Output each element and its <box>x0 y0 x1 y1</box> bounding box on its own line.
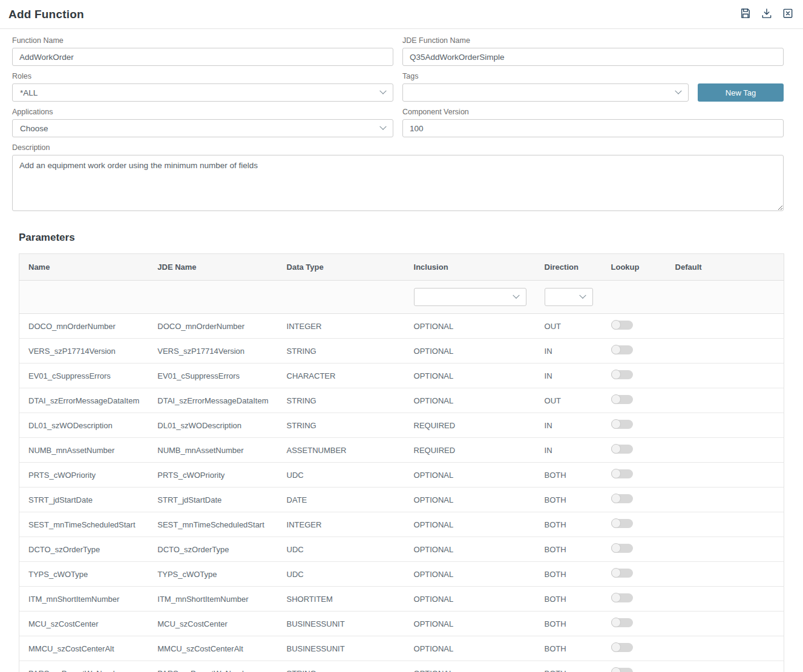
param-data-type-cell: UDC <box>278 562 405 587</box>
toggle-knob <box>611 593 621 602</box>
table-row[interactable]: MMCU_szCostCenterAlt MMCU_szCostCenterAl… <box>19 636 784 661</box>
param-direction-cell: BOTH <box>536 636 602 661</box>
lookup-toggle[interactable] <box>611 593 633 602</box>
param-jde-name-cell: ITM_mnShortItemNumber <box>148 587 277 612</box>
save-button[interactable] <box>739 8 752 21</box>
param-direction-cell: BOTH <box>536 488 602 512</box>
param-name-cell: EV01_cSuppressErrors <box>19 364 149 388</box>
param-jde-name-cell: DL01_szWODescription <box>148 413 277 438</box>
lookup-toggle[interactable] <box>611 494 633 503</box>
lookup-toggle[interactable] <box>611 345 633 354</box>
component-version-input[interactable] <box>402 119 784 137</box>
param-name-cell: TYPS_cWOType <box>19 562 149 587</box>
lookup-toggle[interactable] <box>611 519 633 528</box>
new-tag-button[interactable]: New Tag <box>698 83 784 102</box>
roles-select[interactable]: *ALL <box>12 83 393 102</box>
component-version-field: Component Version <box>402 108 784 137</box>
lookup-toggle[interactable] <box>611 544 633 553</box>
parameters-section: Parameters Name JDE Name Data Type Inclu… <box>0 232 803 672</box>
parameters-title: Parameters <box>19 232 784 244</box>
jde-function-name-input[interactable] <box>402 48 784 66</box>
jde-function-name-label: JDE Function Name <box>402 36 784 45</box>
table-row[interactable]: MCU_szCostCenter MCU_szCostCenter BUSINE… <box>19 612 784 636</box>
param-data-type-cell: DATE <box>278 488 405 512</box>
toggle-knob <box>611 518 621 528</box>
param-jde-name-cell: DOCO_mnOrderNumber <box>148 314 277 339</box>
direction-filter-select[interactable] <box>545 288 593 306</box>
lookup-toggle[interactable] <box>611 420 633 429</box>
param-inclusion-cell: REQUIRED <box>405 438 536 463</box>
param-inclusion-cell: OPTIONAL <box>405 314 536 339</box>
lookup-toggle[interactable] <box>611 643 633 652</box>
param-data-type-cell: UDC <box>278 463 405 488</box>
applications-select-value: Choose <box>20 124 48 133</box>
param-direction-cell: BOTH <box>536 587 602 612</box>
param-direction-cell: IN <box>536 339 602 364</box>
lookup-toggle[interactable] <box>611 469 633 478</box>
param-data-type-cell: CHARACTER <box>278 364 405 388</box>
lookup-toggle[interactable] <box>611 321 633 330</box>
column-header-data-type: Data Type <box>278 254 405 281</box>
table-row[interactable]: VERS_szP17714Version VERS_szP17714Versio… <box>19 339 784 364</box>
param-inclusion-cell: OPTIONAL <box>405 587 536 612</box>
applications-select[interactable]: Choose <box>12 119 393 137</box>
param-name-cell: ITM_mnShortItemNumber <box>19 587 149 612</box>
table-row[interactable]: DL01_szWODescription DL01_szWODescriptio… <box>19 413 784 438</box>
param-lookup-cell <box>602 537 666 562</box>
download-button[interactable] <box>760 8 773 21</box>
table-row[interactable]: DOCO_mnOrderNumber DOCO_mnOrderNumber IN… <box>19 314 784 339</box>
lookup-toggle[interactable] <box>611 569 633 578</box>
param-data-type-cell: ASSETNUMBER <box>278 438 405 463</box>
table-row[interactable]: EV01_cSuppressErrors EV01_cSuppressError… <box>19 364 784 388</box>
description-textarea[interactable]: Add an equipment work order using the mi… <box>12 155 784 211</box>
param-name-cell: MMCU_szCostCenterAlt <box>19 636 149 661</box>
column-header-inclusion: Inclusion <box>405 254 536 281</box>
param-inclusion-cell: OPTIONAL <box>405 562 536 587</box>
toggle-knob <box>611 444 621 454</box>
toggle-knob <box>611 543 621 553</box>
close-button[interactable] <box>781 8 795 21</box>
lookup-toggle[interactable] <box>611 445 633 454</box>
param-jde-name-cell: PARS_szParentWoNumber <box>148 661 277 672</box>
param-direction-cell: BOTH <box>536 537 602 562</box>
roles-label: Roles <box>12 72 393 80</box>
table-row[interactable]: STRT_jdStartDate STRT_jdStartDate DATE O… <box>19 488 784 512</box>
param-default-cell <box>666 388 784 413</box>
toggle-knob <box>611 618 621 627</box>
param-data-type-cell: SHORTITEM <box>278 587 405 612</box>
param-default-cell <box>666 587 784 612</box>
tags-label: Tags <box>402 72 784 80</box>
table-row[interactable]: NUMB_mnAssetNumber NUMB_mnAssetNumber AS… <box>19 438 784 463</box>
inclusion-filter-select[interactable] <box>414 288 526 306</box>
table-row[interactable]: TYPS_cWOType TYPS_cWOType UDC OPTIONAL B… <box>19 562 784 587</box>
table-row[interactable]: DCTO_szOrderType DCTO_szOrderType UDC OP… <box>19 537 784 562</box>
column-header-direction: Direction <box>536 254 602 281</box>
param-direction-cell: IN <box>536 413 602 438</box>
lookup-toggle[interactable] <box>611 370 633 379</box>
param-inclusion-cell: REQUIRED <box>405 413 536 438</box>
param-jde-name-cell: EV01_cSuppressErrors <box>148 364 277 388</box>
lookup-toggle[interactable] <box>611 618 633 627</box>
column-header-default: Default <box>666 254 784 281</box>
download-icon <box>761 7 773 21</box>
toggle-knob <box>611 667 621 672</box>
roles-select-value: *ALL <box>20 88 38 97</box>
param-jde-name-cell: SEST_mnTimeScheduledStart <box>148 512 277 537</box>
lookup-toggle[interactable] <box>611 395 633 404</box>
param-lookup-cell <box>602 314 666 339</box>
param-default-cell <box>666 438 784 463</box>
table-row[interactable]: ITM_mnShortItemNumber ITM_mnShortItemNum… <box>19 587 784 612</box>
table-row[interactable]: SEST_mnTimeScheduledStart SEST_mnTimeSch… <box>19 512 784 537</box>
table-row[interactable]: PRTS_cWOPriority PRTS_cWOPriority UDC OP… <box>19 463 784 488</box>
table-row[interactable]: DTAI_szErrorMessageDataItem DTAI_szError… <box>19 388 784 413</box>
param-data-type-cell: BUSINESSUNIT <box>278 612 405 636</box>
lookup-toggle[interactable] <box>611 668 633 672</box>
column-header-lookup: Lookup <box>602 254 666 281</box>
function-name-input[interactable] <box>12 48 393 66</box>
function-form: Function Name JDE Function Name Roles *A… <box>0 29 803 214</box>
toggle-knob <box>611 345 621 354</box>
topbar-icons <box>739 8 795 21</box>
param-inclusion-cell: OPTIONAL <box>405 488 536 512</box>
tags-select[interactable] <box>402 83 689 102</box>
table-row[interactable]: PARS_szParentWoNumber PARS_szParentWoNum… <box>19 661 784 672</box>
